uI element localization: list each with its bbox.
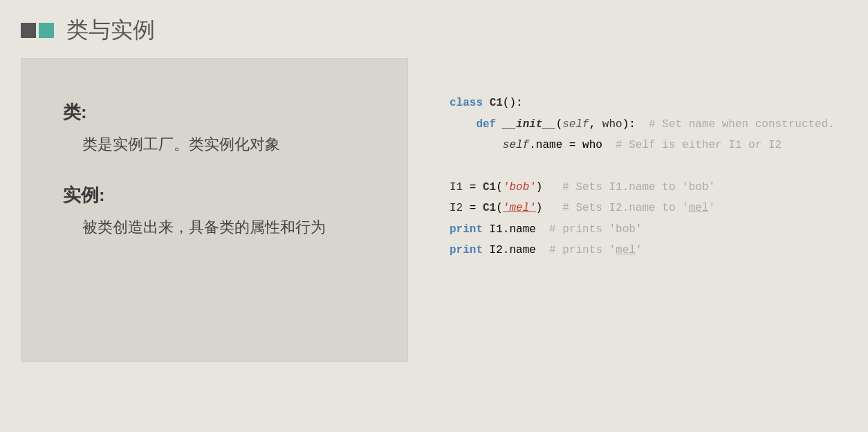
teal-square-icon [39,23,54,38]
class-title: 类: [63,100,373,124]
instance-desc: 被类创造出来，具备类的属性和行为 [63,216,373,238]
code-block: class C1(): def __init__(self, who): # S… [450,72,847,282]
header-icons [21,23,54,38]
instance-title: 实例: [63,183,373,207]
dark-square-icon [21,23,36,38]
right-panel: class C1(): def __init__(self, who): # S… [450,58,847,296]
page-title: 类与实例 [66,15,155,46]
main-content: 类: 类是实例工厂。类实例化对象 实例: 被类创造出来，具备类的属性和行为 cl… [0,58,868,362]
class-desc: 类是实例工厂。类实例化对象 [63,133,373,156]
class-concept: 类: 类是实例工厂。类实例化对象 [63,100,373,156]
left-panel: 类: 类是实例工厂。类实例化对象 实例: 被类创造出来，具备类的属性和行为 [21,58,408,362]
instance-concept: 实例: 被类创造出来，具备类的属性和行为 [63,183,373,238]
page-header: 类与实例 [0,0,868,58]
